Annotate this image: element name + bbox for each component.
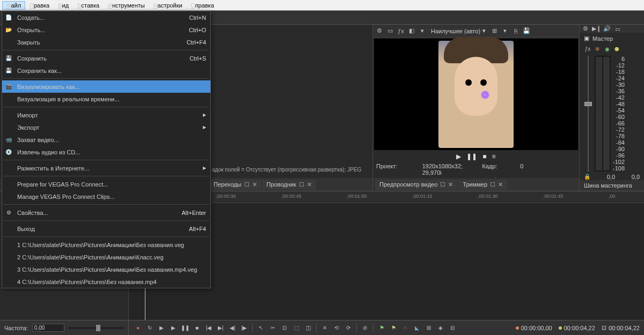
master-panel: ⚙ ▶❙ 🔊 ⚏ ▣ Мастер ƒx ✲ ◉ ⬣ 6-12-18-24-30… — [580, 25, 644, 191]
record-icon[interactable]: ● — [133, 323, 143, 333]
menu-item[interactable]: 💾Сохранить как... — [2, 64, 210, 77]
menu-item[interactable]: 1 C:\Users\slate\Pictures\Pictures\Анима… — [2, 239, 210, 251]
menu-item[interactable]: ЗакрытьCtrl+F4 — [2, 36, 210, 48]
menu-правка[interactable]: Правка — [25, 1, 54, 10]
monitor-icon: ▣ — [584, 35, 589, 42]
pause-icon[interactable]: ❚❚ — [466, 153, 477, 160]
tab-Проводник[interactable]: Проводник ✕ — [262, 180, 316, 190]
menu-инструменты[interactable]: Инструменты — [104, 1, 149, 10]
menu-icon: ⚙ — [4, 209, 13, 217]
fx-icon[interactable]: ƒx — [397, 27, 405, 35]
copy-icon[interactable]: ⎘ — [511, 27, 520, 35]
tool-icon[interactable]: ✕ — [320, 323, 330, 333]
audio-meter: 6-12-18-24-30-36-42-48-54-60-66-72-78-84… — [580, 54, 644, 174]
close-icon[interactable]: ✕ — [448, 181, 453, 188]
fx-green-icon[interactable]: ◉ — [603, 45, 611, 53]
close-icon[interactable]: ✕ — [498, 181, 503, 188]
tool-icon[interactable]: ⊟ — [448, 323, 457, 333]
save-icon[interactable]: 💾 — [522, 27, 531, 35]
menu-item[interactable]: Разместить в Интернете...▶ — [2, 162, 210, 174]
play-icon[interactable]: ▶❙ — [592, 25, 600, 33]
tool-icon[interactable]: ⊞ — [424, 323, 434, 333]
stop-icon[interactable]: ■ — [192, 323, 202, 333]
menu-файл[interactable]: Файл — [2, 1, 25, 10]
menu-item[interactable]: Prepare for VEGAS Pro Connect... — [2, 178, 210, 190]
pin-icon[interactable] — [245, 182, 249, 187]
pin-icon[interactable] — [491, 182, 495, 187]
menu-item[interactable]: Manage VEGAS Pro Connect Clips... — [2, 190, 210, 203]
gear-icon[interactable]: ⚙ — [375, 27, 384, 35]
monitor-icon[interactable]: ▭ — [386, 27, 394, 35]
tab-Триммер[interactable]: Триммер ✕ — [458, 180, 507, 190]
rate-slider[interactable] — [69, 327, 124, 329]
pause-icon[interactable]: ❚❚ — [180, 323, 190, 333]
menu-item[interactable]: Экспорт▶ — [2, 121, 210, 133]
quality-dropdown[interactable]: Наилучшее (авто) ▾ — [429, 27, 488, 34]
play-icon[interactable]: ▶ — [456, 153, 461, 160]
go-start-icon[interactable]: |◀ — [204, 323, 214, 333]
menu-item[interactable]: 📄Создать...Ctrl+N — [2, 11, 210, 24]
speaker-icon[interactable]: 🔊 — [603, 25, 611, 33]
menu-item[interactable]: 📂Открыть...Ctrl+O — [2, 24, 210, 36]
tool-icon[interactable]: ◫ — [303, 323, 313, 333]
chevron-down-icon[interactable]: ▾ — [501, 27, 509, 35]
tool-icon[interactable]: ⟲ — [332, 323, 341, 333]
tool-icon[interactable]: ⬚ — [291, 323, 301, 333]
menu-icon[interactable]: ≡ — [492, 153, 496, 160]
menu-item[interactable]: ВыходAlt+F4 — [2, 222, 210, 235]
close-icon[interactable]: ✕ — [252, 181, 257, 188]
menu-item[interactable]: 2 C:\Users\slate\Pictures\Pictures\Анима… — [2, 251, 210, 263]
tool-icon[interactable]: ◣ — [412, 323, 422, 333]
sliders-icon[interactable]: ⚏ — [614, 25, 621, 33]
fx-icon[interactable]: ƒx — [584, 45, 591, 53]
tool-icon[interactable]: ✂ — [268, 323, 277, 333]
menu-item[interactable]: 💿Извлечь аудио из CD... — [2, 146, 210, 158]
tool-icon[interactable]: ⟳ — [343, 323, 353, 333]
menu-справка[interactable]: Справка — [187, 1, 218, 10]
menu-item[interactable]: 📹Захват видео... — [2, 133, 210, 146]
close-icon[interactable]: ✕ — [307, 181, 312, 188]
menu-item[interactable]: ⚙Свойства...Alt+Enter — [2, 206, 210, 219]
fader-thumb[interactable] — [584, 102, 592, 106]
rate-input[interactable] — [32, 324, 64, 332]
menu-вид[interactable]: Вид — [54, 1, 73, 10]
gear-icon[interactable]: ⚙ — [582, 25, 589, 33]
pin-icon[interactable] — [299, 182, 304, 187]
tab-Переходы[interactable]: Переходы ✕ — [209, 180, 261, 190]
stop-icon[interactable]: ■ — [482, 153, 486, 160]
pin-icon[interactable] — [441, 182, 445, 187]
menu-item[interactable]: 4 C:\Users\slate\Pictures\Pictures\Без н… — [2, 276, 210, 288]
lock-icon[interactable]: 🔒 — [584, 174, 590, 180]
marker-icon[interactable]: ⚑ — [389, 323, 398, 333]
menu-item[interactable]: Импорт▶ — [2, 109, 210, 121]
tool-icon[interactable]: ⊘ — [360, 323, 370, 333]
bottom-bar: Частота: ● ↻ ▶ ▶ ❚❚ ■ |◀ ▶| ◀| |▶ ↖ ✂ ⊡ … — [0, 320, 644, 335]
timecodes: 00:00:00,00 00:00:04,22 ⊡00:00:04,22 — [511, 324, 644, 331]
preview-transport: ▶ ❚❚ ■ ≡ — [373, 151, 579, 162]
fx-yellow-icon[interactable]: ⬣ — [613, 45, 620, 53]
play-start-icon[interactable]: ▶ — [157, 323, 166, 333]
master-tab[interactable]: Шина мастеринга — [580, 180, 644, 191]
tab-Предпросмотр видео[interactable]: Предпросмотр видео ✕ — [375, 180, 457, 190]
tool-icon[interactable]: ↖ — [256, 323, 266, 333]
go-end-icon[interactable]: ▶| — [216, 323, 225, 333]
marker-icon[interactable]: ⚑ — [377, 323, 386, 333]
menu-item[interactable]: Визуализация в реальном времени... — [2, 93, 210, 105]
chevron-down-icon[interactable]: ▾ — [418, 27, 427, 35]
split-icon[interactable]: ◧ — [407, 27, 416, 35]
menu-item[interactable]: 🎬Визуализировать как... — [2, 80, 210, 93]
grid-icon[interactable]: ⊞ — [490, 27, 499, 35]
tool-icon[interactable]: ⊡ — [280, 323, 289, 333]
menu-вставка[interactable]: Вставка — [73, 1, 104, 10]
prev-frame-icon[interactable]: ◀| — [228, 323, 237, 333]
loop-icon[interactable]: ↻ — [145, 323, 155, 333]
snap-icon[interactable]: ∩ — [400, 323, 410, 333]
meter-scale: 6-12-18-24-30-36-42-48-54-60-66-72-78-84… — [613, 56, 625, 172]
next-frame-icon[interactable]: |▶ — [239, 323, 249, 333]
fx-orange-icon[interactable]: ✲ — [594, 45, 601, 53]
menu-настройки[interactable]: Настройки — [149, 1, 187, 10]
menu-item[interactable]: 3 C:\Users\slate\Pictures\Pictures\Анима… — [2, 263, 210, 276]
tool-icon[interactable]: ◈ — [436, 323, 445, 333]
menu-item[interactable]: 💾СохранитьCtrl+S — [2, 52, 210, 64]
play-icon[interactable]: ▶ — [169, 323, 178, 333]
